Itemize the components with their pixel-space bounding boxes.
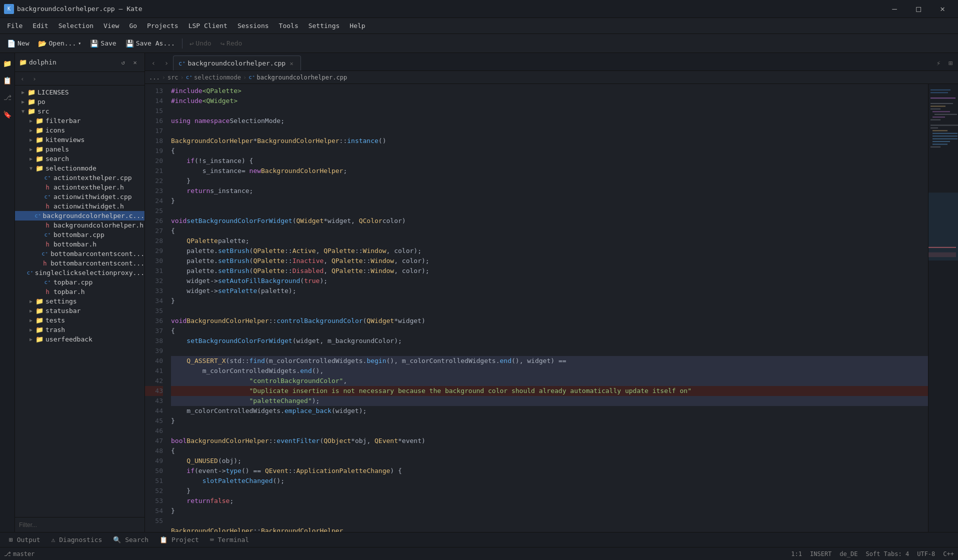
code-line-26: void setBackgroundColorForWidget(QWidget…: [171, 216, 928, 226]
code-line-44: }: [171, 416, 928, 426]
code-line-40: Q_ASSERT_X(std::find(m_colorControlledWi…: [171, 356, 928, 366]
new-button[interactable]: 📄 New: [3, 38, 33, 50]
menu-lsp-client[interactable]: LSP Client: [184, 20, 232, 32]
filetree-next-btn[interactable]: ›: [29, 73, 40, 84]
status-indent[interactable]: Soft Tabs: 4: [866, 550, 909, 558]
toolbar: 📄 New 📂 Open... ▾ 💾 Save 💾 Save As... ↩ …: [0, 34, 958, 53]
tree-item-selectionmode[interactable]: ▼ 📁 selectionmode: [15, 164, 144, 173]
tree-item-actionwithwidget-h[interactable]: h actionwithwidget.h: [15, 202, 144, 211]
output-icon: ⊞: [9, 536, 13, 544]
tree-item-search[interactable]: ▶ 📁 search: [15, 154, 144, 164]
redo-button[interactable]: ↪ Redo: [216, 38, 246, 50]
breadcrumb-ellipsis[interactable]: ...: [149, 74, 160, 81]
tab-output[interactable]: ⊞ Output: [4, 534, 46, 546]
tab-layout-icon[interactable]: ⊞: [945, 58, 956, 68]
menu-sessions[interactable]: Sessions: [232, 20, 274, 32]
save-button[interactable]: 💾 Save: [86, 38, 120, 50]
tab-label: backgroundcolorhelper.cpp: [188, 60, 286, 67]
tree-item-icons[interactable]: ▶ 📁 icons: [15, 126, 144, 135]
tree-item-licenses[interactable]: ▶ 📁 LICENSES: [15, 88, 144, 97]
tree-item-trash[interactable]: ▶ 📁 trash: [15, 325, 144, 334]
tab-project[interactable]: 📋 Project: [154, 534, 204, 546]
window-controls: — □ ✕: [883, 0, 954, 18]
status-locale[interactable]: de_DE: [840, 550, 858, 558]
mode-value: INSERT: [810, 550, 832, 558]
tree-item-tests[interactable]: ▶ 📁 tests: [15, 316, 144, 325]
status-mode[interactable]: INSERT: [810, 550, 832, 558]
tab-next-btn[interactable]: ›: [160, 56, 173, 70]
tree-item-bottombar-h[interactable]: h bottombar.h: [15, 240, 144, 249]
tree-item-po[interactable]: ▶ 📁 po: [15, 97, 144, 106]
tree-item-panels[interactable]: ▶ 📁 panels: [15, 144, 144, 154]
cpp-file-icon: c⁺: [34, 212, 41, 219]
svg-rect-11: [930, 124, 958, 126]
saveas-button[interactable]: 💾 Save As...: [122, 38, 179, 50]
minimize-button[interactable]: —: [883, 0, 906, 18]
undo-button[interactable]: ↩ Undo: [186, 38, 216, 50]
filetree-refresh-btn[interactable]: ↺: [118, 57, 128, 68]
tree-item-src[interactable]: ▼ 📁 src: [15, 106, 144, 116]
code-line-34: }: [171, 296, 928, 306]
tree-item-topbar-cpp[interactable]: c⁺ topbar.cpp: [15, 278, 144, 287]
code-content[interactable]: #include <QPalette> #include <QWidget> u…: [167, 84, 928, 532]
sidebar-bookmark-icon[interactable]: 🔖: [1, 108, 14, 121]
menu-view[interactable]: View: [98, 20, 124, 32]
tab-terminal[interactable]: ⌨ Terminal: [205, 534, 254, 546]
tree-item-topbar-h[interactable]: h topbar.h: [15, 287, 144, 296]
menu-go[interactable]: Go: [124, 20, 142, 32]
tree-arrow-icons: ▶: [27, 128, 35, 133]
tree-item-statusbar-folder[interactable]: ▶ 📁 statusbar: [15, 306, 144, 316]
status-encoding[interactable]: UTF-8: [917, 550, 935, 558]
menu-projects[interactable]: Projects: [142, 20, 184, 32]
status-git-branch[interactable]: ⎇ master: [4, 550, 34, 558]
menu-edit[interactable]: Edit: [28, 20, 53, 32]
breadcrumb-file[interactable]: c⁺backgroundcolorhelper.cpp: [248, 74, 347, 81]
status-position[interactable]: 1:1: [791, 550, 802, 558]
folder-icon: 📁: [35, 126, 44, 134]
filetree-prev-btn[interactable]: ‹: [17, 73, 28, 84]
toolbar-sep: [182, 38, 182, 48]
maximize-button[interactable]: □: [907, 0, 930, 18]
cpp-file-icon: c⁺: [43, 174, 52, 181]
folder-icon: 📁: [35, 136, 44, 144]
status-filetype[interactable]: C++: [943, 550, 954, 558]
tree-item-userfeedback[interactable]: ▶ 📁 userfeedback: [15, 334, 144, 344]
tree-item-actionwithwidget-cpp[interactable]: c⁺ actionwithwidget.cpp: [15, 192, 144, 202]
menu-settings[interactable]: Settings: [304, 20, 345, 32]
breadcrumb-selectionmode[interactable]: c⁺selectionmode: [186, 74, 241, 81]
menu-file[interactable]: File: [2, 20, 28, 32]
tree-item-bottombarcontents2[interactable]: h bottombarcontentscont...: [15, 258, 144, 268]
sidebar-git-icon[interactable]: ⎇: [1, 91, 14, 104]
menu-help[interactable]: Help: [344, 20, 370, 32]
tree-item-bottombar-cpp[interactable]: c⁺ bottombar.cpp: [15, 230, 144, 240]
menu-tools[interactable]: Tools: [274, 20, 304, 32]
tab-backgroundcolorhelper[interactable]: c⁺ backgroundcolorhelper.cpp ✕: [173, 56, 301, 70]
breadcrumb-src[interactable]: src: [168, 74, 178, 81]
tab-diagnostics[interactable]: ⚠ Diagnostics: [46, 534, 108, 546]
tree-item-filterbar[interactable]: ▶ 📁 filterbar: [15, 116, 144, 126]
tab-prev-btn[interactable]: ‹: [147, 56, 160, 70]
tab-close-btn[interactable]: ✕: [288, 60, 296, 68]
code-line-13: #include <QPalette>: [171, 86, 928, 96]
tab-split-icon[interactable]: ⚡: [933, 58, 944, 68]
tree-item-actiontexthelper-h[interactable]: h actiontexthelper.h: [15, 182, 144, 192]
code-line-25: [171, 206, 928, 216]
tree-item-backgroundcolorhelper-h[interactable]: h backgroundcolorhelper.h: [15, 220, 144, 230]
svg-rect-7: [932, 111, 950, 112]
open-button[interactable]: 📂 Open... ▾: [34, 38, 85, 50]
tab-search-bottom[interactable]: 🔍 Search: [108, 534, 154, 546]
tree-item-actiontexthelper-cpp[interactable]: c⁺ actiontexthelper.cpp: [15, 173, 144, 182]
filter-input[interactable]: [19, 522, 140, 528]
tree-arrow-filterbar: ▶: [27, 118, 35, 124]
sidebar-docs-icon[interactable]: 📋: [1, 74, 14, 87]
sidebar-filetree-icon[interactable]: 📁: [1, 57, 14, 70]
menu-selection[interactable]: Selection: [54, 20, 98, 32]
tree-item-kitemviews[interactable]: ▶ 📁 kitemviews: [15, 135, 144, 144]
filetree-close-btn[interactable]: ✕: [130, 57, 140, 68]
close-button[interactable]: ✕: [931, 0, 954, 18]
tree-item-singleclick[interactable]: c⁺ singleclickselectionproxy...: [15, 268, 144, 278]
tree-item-backgroundcolorhelper-cpp[interactable]: c⁺ backgroundcolorhelper.c...: [15, 211, 144, 220]
tab-bar: ‹ › c⁺ backgroundcolorhelper.cpp ✕ ⚡ ⊞: [145, 53, 958, 71]
tree-item-settings[interactable]: ▶ 📁 settings: [15, 296, 144, 306]
tree-item-bottombarcontents1[interactable]: c⁺ bottombarcontentscont...: [15, 249, 144, 258]
